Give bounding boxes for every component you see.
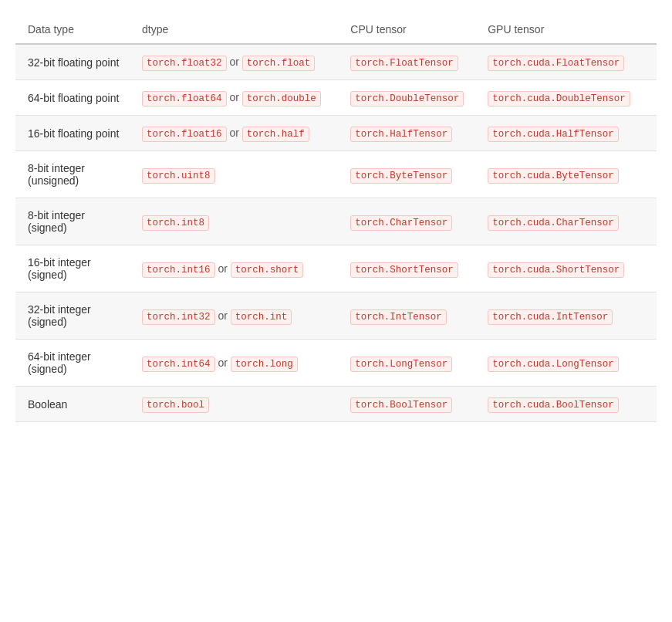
cell-datatype: 16-bit integer(signed) xyxy=(15,245,142,292)
gpu-tensor-code: torch.cuda.LongTensor xyxy=(488,357,619,372)
cell-cpu-tensor: torch.HalfTensor xyxy=(350,116,488,151)
header-datatype: Data type xyxy=(15,15,142,44)
text-or: or xyxy=(227,127,242,139)
cell-dtype: torch.int64 or torch.long xyxy=(142,340,350,387)
code-token: torch.int64 xyxy=(142,357,215,372)
cell-dtype: torch.float64 or torch.double xyxy=(142,80,350,116)
cell-dtype: torch.float32 or torch.float xyxy=(142,44,350,80)
cell-cpu-tensor: torch.ShortTensor xyxy=(350,245,488,292)
text-or: or xyxy=(215,262,231,275)
cell-gpu-tensor: torch.cuda.ShortTensor xyxy=(488,245,657,292)
cell-gpu-tensor: torch.cuda.LongTensor xyxy=(488,340,657,387)
gpu-tensor-code: torch.cuda.BoolTensor xyxy=(488,397,619,413)
header-gpu: GPU tensor xyxy=(488,15,657,44)
cpu-tensor-code: torch.BoolTensor xyxy=(350,397,452,413)
cell-dtype: torch.uint8 xyxy=(142,151,350,198)
cell-cpu-tensor: torch.FloatTensor xyxy=(350,44,488,80)
cell-dtype: torch.int16 or torch.short xyxy=(142,245,350,292)
cell-dtype: torch.float16 or torch.half xyxy=(142,116,350,151)
code-token: torch.bool xyxy=(142,397,209,413)
cell-cpu-tensor: torch.DoubleTensor xyxy=(350,80,488,116)
cpu-tensor-code: torch.ShortTensor xyxy=(350,262,458,278)
code-token: torch.float xyxy=(242,56,316,71)
cpu-tensor-code: torch.ByteTensor xyxy=(350,168,452,184)
gpu-tensor-code: torch.cuda.FloatTensor xyxy=(488,56,624,71)
gpu-tensor-code: torch.cuda.DoubleTensor xyxy=(488,91,630,106)
cell-datatype: 32-bit floating point xyxy=(15,44,142,80)
gpu-tensor-code: torch.cuda.IntTensor xyxy=(488,309,613,325)
cell-gpu-tensor: torch.cuda.ByteTensor xyxy=(488,151,657,198)
code-token: torch.long xyxy=(231,357,298,372)
table-row: 16-bit integer(signed)torch.int16 or tor… xyxy=(15,245,657,292)
table-row: 32-bit integer(signed)torch.int32 or tor… xyxy=(15,292,657,340)
cell-gpu-tensor: torch.cuda.BoolTensor xyxy=(488,387,657,422)
data-types-table: Data type dtype CPU tensor GPU tensor 32… xyxy=(15,15,657,422)
text-or: or xyxy=(227,91,242,103)
cell-dtype: torch.bool xyxy=(142,387,350,422)
cpu-tensor-code: torch.HalfTensor xyxy=(350,127,452,142)
table-row: 64-bit floating pointtorch.float64 or to… xyxy=(15,80,657,116)
code-token: torch.uint8 xyxy=(142,168,215,184)
gpu-tensor-code: torch.cuda.HalfTensor xyxy=(488,127,619,142)
cpu-tensor-code: torch.IntTensor xyxy=(350,309,447,325)
table-row: 16-bit floating pointtorch.float16 or to… xyxy=(15,116,657,151)
table-row: 8-bit integer(unsigned)torch.uint8torch.… xyxy=(15,151,657,198)
header-dtype: dtype xyxy=(142,15,350,44)
code-token: torch.double xyxy=(242,91,321,106)
cell-datatype: Boolean xyxy=(15,387,142,422)
code-token: torch.int32 xyxy=(142,309,215,325)
cell-datatype: 32-bit integer(signed) xyxy=(15,292,142,340)
cpu-tensor-code: torch.LongTensor xyxy=(350,357,452,372)
cell-datatype: 64-bit integer(signed) xyxy=(15,340,142,387)
cpu-tensor-code: torch.FloatTensor xyxy=(350,56,458,71)
cpu-tensor-code: torch.CharTensor xyxy=(350,215,452,231)
header-cpu: CPU tensor xyxy=(350,15,488,44)
code-token: torch.half xyxy=(242,127,309,142)
cpu-tensor-code: torch.DoubleTensor xyxy=(350,91,464,106)
cell-gpu-tensor: torch.cuda.CharTensor xyxy=(488,198,657,245)
gpu-tensor-code: torch.cuda.ByteTensor xyxy=(488,168,619,184)
cell-cpu-tensor: torch.IntTensor xyxy=(350,292,488,340)
cell-cpu-tensor: torch.BoolTensor xyxy=(350,387,488,422)
cell-datatype: 8-bit integer(signed) xyxy=(15,198,142,245)
cell-dtype: torch.int8 xyxy=(142,198,350,245)
cell-datatype: 8-bit integer(unsigned) xyxy=(15,151,142,198)
cell-datatype: 16-bit floating point xyxy=(15,116,142,151)
code-token: torch.float16 xyxy=(142,127,227,142)
text-or: or xyxy=(215,309,231,322)
text-or: or xyxy=(227,56,242,68)
code-token: torch.int xyxy=(231,309,292,325)
code-token: torch.float32 xyxy=(142,56,227,71)
cell-gpu-tensor: torch.cuda.FloatTensor xyxy=(488,44,657,80)
table-row: Booleantorch.booltorch.BoolTensortorch.c… xyxy=(15,387,657,422)
code-token: torch.short xyxy=(231,262,304,278)
code-token: torch.float64 xyxy=(142,91,227,106)
text-or: or xyxy=(215,357,231,369)
table-row: 32-bit floating pointtorch.float32 or to… xyxy=(15,44,657,80)
table-header-row: Data type dtype CPU tensor GPU tensor xyxy=(15,15,657,44)
cell-gpu-tensor: torch.cuda.DoubleTensor xyxy=(488,80,657,116)
cell-cpu-tensor: torch.ByteTensor xyxy=(350,151,488,198)
code-token: torch.int16 xyxy=(142,262,215,278)
table-row: 8-bit integer(signed)torch.int8torch.Cha… xyxy=(15,198,657,245)
cell-cpu-tensor: torch.LongTensor xyxy=(350,340,488,387)
code-token: torch.int8 xyxy=(142,215,209,231)
cell-datatype: 64-bit floating point xyxy=(15,80,142,116)
gpu-tensor-code: torch.cuda.CharTensor xyxy=(488,215,619,231)
cell-gpu-tensor: torch.cuda.IntTensor xyxy=(488,292,657,340)
cell-dtype: torch.int32 or torch.int xyxy=(142,292,350,340)
cell-gpu-tensor: torch.cuda.HalfTensor xyxy=(488,116,657,151)
cell-cpu-tensor: torch.CharTensor xyxy=(350,198,488,245)
table-row: 64-bit integer(signed)torch.int64 or tor… xyxy=(15,340,657,387)
gpu-tensor-code: torch.cuda.ShortTensor xyxy=(488,262,624,278)
